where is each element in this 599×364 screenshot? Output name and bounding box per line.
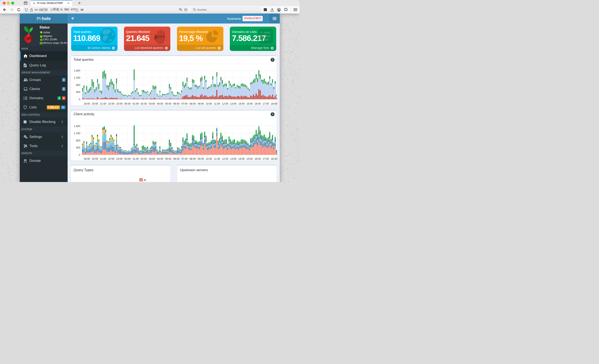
svg-text:400: 400 (76, 146, 80, 149)
svg-text:07:00: 07:00 (181, 102, 188, 105)
svg-text:21:00: 21:00 (100, 102, 106, 105)
svg-text:00:00: 00:00 (124, 158, 131, 160)
svg-text:06:00: 06:00 (173, 158, 180, 160)
svg-text:800: 800 (76, 139, 80, 142)
svg-text:01:00: 01:00 (132, 102, 139, 105)
svg-text:20:00: 20:00 (92, 158, 98, 160)
svg-text:11:00: 11:00 (214, 158, 220, 160)
svg-text:23:00: 23:00 (116, 158, 123, 160)
svg-text:02:00: 02:00 (141, 158, 147, 160)
svg-text:03:00: 03:00 (149, 102, 155, 105)
svg-text:12:00: 12:00 (222, 158, 228, 160)
svg-text:0: 0 (79, 153, 80, 156)
svg-text:23:00: 23:00 (116, 102, 123, 105)
svg-text:09:00: 09:00 (198, 158, 204, 160)
svg-text:12:00: 12:00 (222, 102, 228, 105)
svg-text:14:00: 14:00 (238, 158, 245, 160)
svg-text:07:00: 07:00 (181, 158, 188, 160)
svg-text:04:00: 04:00 (157, 158, 163, 160)
svg-text:15:00: 15:00 (247, 158, 253, 160)
svg-text:09:00: 09:00 (198, 102, 204, 105)
svg-text:02:00: 02:00 (141, 102, 147, 105)
svg-text:04:00: 04:00 (157, 102, 163, 105)
svg-text:05:00: 05:00 (165, 102, 171, 105)
svg-text:00:00: 00:00 (124, 102, 131, 105)
svg-text:20:00: 20:00 (92, 102, 98, 105)
svg-text:0: 0 (79, 98, 80, 101)
svg-text:11:00: 11:00 (214, 102, 220, 105)
svg-text:13:00: 13:00 (230, 158, 237, 160)
svg-text:22:00: 22:00 (108, 158, 115, 160)
svg-text:18:00: 18:00 (271, 102, 277, 105)
svg-text:13:00: 13:00 (230, 102, 237, 105)
svg-text:1.200: 1.200 (74, 132, 80, 135)
svg-text:15:00: 15:00 (247, 102, 253, 105)
svg-text:400: 400 (76, 91, 80, 94)
svg-text:08:00: 08:00 (189, 158, 196, 160)
svg-text:16:00: 16:00 (255, 102, 261, 105)
svg-text:03:00: 03:00 (149, 158, 155, 160)
svg-text:19:00: 19:00 (84, 102, 90, 105)
svg-text:19:00: 19:00 (84, 158, 90, 160)
svg-text:1.200: 1.200 (74, 76, 80, 79)
svg-text:01:00: 01:00 (132, 158, 139, 160)
svg-text:800: 800 (76, 84, 80, 87)
svg-text:14:00: 14:00 (238, 102, 245, 105)
svg-text:22:00: 22:00 (108, 102, 115, 105)
svg-text:08:00: 08:00 (189, 102, 196, 105)
svg-text:10:00: 10:00 (206, 158, 212, 160)
svg-text:10:00: 10:00 (206, 102, 212, 105)
svg-text:21:00: 21:00 (100, 158, 106, 160)
svg-text:18:00: 18:00 (271, 158, 277, 160)
svg-text:17:00: 17:00 (263, 102, 269, 105)
svg-text:05:00: 05:00 (165, 158, 171, 160)
svg-text:16:00: 16:00 (255, 158, 261, 160)
svg-text:17:00: 17:00 (263, 158, 269, 160)
svg-text:06:00: 06:00 (173, 102, 180, 105)
svg-text:1.600: 1.600 (74, 69, 80, 72)
svg-text:1.600: 1.600 (74, 125, 80, 128)
